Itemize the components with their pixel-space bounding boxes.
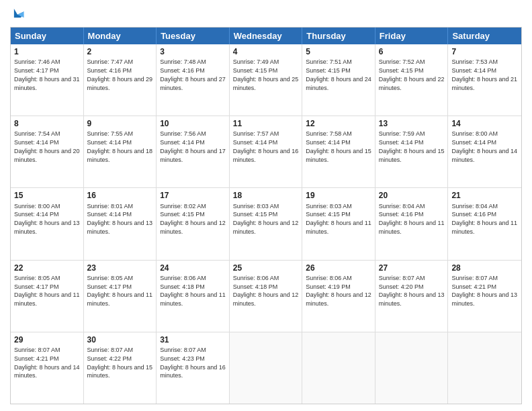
cell-text: Sunrise: 7:46 AMSunset: 4:17 PMDaylight:…: [14, 58, 80, 91]
day-number: 20: [379, 190, 445, 201]
day-number: 16: [87, 190, 153, 201]
day-cell-10: 10Sunrise: 7:56 AMSunset: 4:14 PMDayligh…: [157, 116, 230, 187]
calendar-header: SundayMondayTuesdayWednesdayThursdayFrid…: [11, 28, 521, 44]
day-number: 7: [451, 46, 518, 57]
day-number: 11: [233, 118, 299, 129]
day-cell-3: 3Sunrise: 7:48 AMSunset: 4:16 PMDaylight…: [157, 44, 230, 116]
header: [10, 7, 522, 21]
day-cell-13: 13Sunrise: 7:59 AMSunset: 4:14 PMDayligh…: [375, 116, 449, 187]
day-cell-24: 24Sunrise: 8:06 AMSunset: 4:18 PMDayligh…: [157, 261, 230, 332]
cell-text: Sunrise: 8:05 AMSunset: 4:17 PMDaylight:…: [14, 275, 80, 307]
day-cell-4: 4Sunrise: 7:49 AMSunset: 4:15 PMDaylight…: [230, 44, 303, 116]
day-number: 3: [160, 46, 226, 57]
cell-text: Sunrise: 7:52 AMSunset: 4:15 PMDaylight:…: [379, 58, 445, 91]
empty-cell: [230, 332, 303, 404]
day-number: 31: [160, 334, 226, 345]
day-cell-6: 6Sunrise: 7:52 AMSunset: 4:15 PMDaylight…: [375, 44, 449, 116]
day-cell-8: 8Sunrise: 7:54 AMSunset: 4:14 PMDaylight…: [11, 116, 84, 187]
header-day-wednesday: Wednesday: [230, 28, 303, 44]
day-cell-21: 21Sunrise: 8:04 AMSunset: 4:16 PMDayligh…: [448, 188, 521, 259]
day-cell-17: 17Sunrise: 8:02 AMSunset: 4:15 PMDayligh…: [157, 188, 230, 259]
day-cell-28: 28Sunrise: 8:07 AMSunset: 4:21 PMDayligh…: [448, 261, 521, 332]
day-cell-19: 19Sunrise: 8:03 AMSunset: 4:15 PMDayligh…: [302, 188, 375, 259]
day-number: 28: [451, 263, 518, 273]
calendar-body: 1Sunrise: 7:46 AMSunset: 4:17 PMDaylight…: [11, 44, 521, 404]
day-number: 22: [14, 263, 80, 273]
header-day-sunday: Sunday: [11, 28, 84, 44]
day-cell-26: 26Sunrise: 8:06 AMSunset: 4:19 PMDayligh…: [302, 261, 375, 332]
cell-text: Sunrise: 8:07 AMSunset: 4:20 PMDaylight:…: [379, 275, 445, 307]
week-row-5: 29Sunrise: 8:07 AMSunset: 4:21 PMDayligh…: [11, 332, 521, 404]
cell-text: Sunrise: 8:07 AMSunset: 4:21 PMDaylight:…: [451, 275, 517, 307]
cell-text: Sunrise: 8:07 AMSunset: 4:22 PMDaylight:…: [87, 347, 153, 379]
day-cell-1: 1Sunrise: 7:46 AMSunset: 4:17 PMDaylight…: [11, 44, 84, 116]
cell-text: Sunrise: 8:03 AMSunset: 4:15 PMDaylight:…: [306, 203, 371, 235]
day-number: 12: [306, 118, 371, 129]
logo-icon: [10, 7, 25, 21]
day-number: 1: [14, 46, 80, 57]
header-day-thursday: Thursday: [302, 28, 375, 44]
day-number: 2: [87, 46, 153, 57]
day-number: 14: [451, 118, 518, 129]
day-number: 4: [233, 46, 299, 57]
cell-text: Sunrise: 8:00 AMSunset: 4:14 PMDaylight:…: [14, 203, 80, 235]
cell-text: Sunrise: 8:06 AMSunset: 4:18 PMDaylight:…: [233, 275, 299, 307]
day-number: 24: [160, 263, 226, 273]
day-number: 27: [379, 263, 445, 273]
day-number: 5: [306, 46, 371, 57]
logo-area: [10, 7, 30, 21]
cell-text: Sunrise: 8:06 AMSunset: 4:18 PMDaylight:…: [160, 275, 226, 307]
day-cell-2: 2Sunrise: 7:47 AMSunset: 4:16 PMDaylight…: [84, 44, 157, 116]
logo: [10, 7, 30, 21]
day-cell-18: 18Sunrise: 8:03 AMSunset: 4:15 PMDayligh…: [230, 188, 303, 259]
cell-text: Sunrise: 8:07 AMSunset: 4:23 PMDaylight:…: [160, 347, 226, 379]
cell-text: Sunrise: 7:47 AMSunset: 4:16 PMDaylight:…: [87, 58, 153, 91]
empty-cell: [302, 332, 375, 404]
empty-cell: [448, 332, 521, 404]
calendar: SundayMondayTuesdayWednesdayThursdayFrid…: [10, 27, 522, 404]
cell-text: Sunrise: 8:01 AMSunset: 4:14 PMDaylight:…: [87, 203, 153, 235]
page: SundayMondayTuesdayWednesdayThursdayFrid…: [0, 0, 532, 411]
day-number: 10: [160, 118, 226, 129]
day-number: 23: [87, 263, 153, 273]
day-number: 19: [306, 190, 371, 201]
day-cell-25: 25Sunrise: 8:06 AMSunset: 4:18 PMDayligh…: [230, 261, 303, 332]
day-cell-15: 15Sunrise: 8:00 AMSunset: 4:14 PMDayligh…: [11, 188, 84, 259]
day-number: 26: [306, 263, 371, 273]
day-number: 25: [233, 263, 299, 273]
day-cell-27: 27Sunrise: 8:07 AMSunset: 4:20 PMDayligh…: [375, 261, 449, 332]
cell-text: Sunrise: 8:06 AMSunset: 4:19 PMDaylight:…: [306, 275, 371, 307]
cell-text: Sunrise: 7:58 AMSunset: 4:14 PMDaylight:…: [306, 130, 371, 163]
day-number: 9: [87, 118, 153, 129]
day-cell-22: 22Sunrise: 8:05 AMSunset: 4:17 PMDayligh…: [11, 261, 84, 332]
header-day-tuesday: Tuesday: [157, 28, 230, 44]
day-cell-5: 5Sunrise: 7:51 AMSunset: 4:15 PMDaylight…: [302, 44, 375, 116]
cell-text: Sunrise: 8:05 AMSunset: 4:17 PMDaylight:…: [87, 275, 153, 307]
cell-text: Sunrise: 7:56 AMSunset: 4:14 PMDaylight:…: [160, 130, 226, 163]
cell-text: Sunrise: 7:54 AMSunset: 4:14 PMDaylight:…: [14, 130, 80, 163]
day-cell-29: 29Sunrise: 8:07 AMSunset: 4:21 PMDayligh…: [11, 332, 84, 404]
header-day-friday: Friday: [375, 28, 449, 44]
cell-text: Sunrise: 8:04 AMSunset: 4:16 PMDaylight:…: [451, 203, 517, 235]
cell-text: Sunrise: 8:02 AMSunset: 4:15 PMDaylight:…: [160, 203, 226, 235]
day-number: 13: [379, 118, 445, 129]
cell-text: Sunrise: 8:07 AMSunset: 4:21 PMDaylight:…: [14, 347, 80, 379]
cell-text: Sunrise: 8:04 AMSunset: 4:16 PMDaylight:…: [379, 203, 445, 235]
day-number: 29: [14, 334, 80, 345]
cell-text: Sunrise: 7:59 AMSunset: 4:14 PMDaylight:…: [379, 130, 445, 163]
day-cell-12: 12Sunrise: 7:58 AMSunset: 4:14 PMDayligh…: [302, 116, 375, 187]
day-number: 18: [233, 190, 299, 201]
header-day-monday: Monday: [84, 28, 157, 44]
day-cell-30: 30Sunrise: 8:07 AMSunset: 4:22 PMDayligh…: [84, 332, 157, 404]
day-number: 6: [379, 46, 445, 57]
cell-text: Sunrise: 7:49 AMSunset: 4:15 PMDaylight:…: [233, 58, 299, 91]
week-row-1: 1Sunrise: 7:46 AMSunset: 4:17 PMDaylight…: [11, 44, 521, 116]
header-day-saturday: Saturday: [448, 28, 521, 44]
day-number: 30: [87, 334, 153, 345]
day-number: 21: [451, 190, 518, 201]
cell-text: Sunrise: 8:00 AMSunset: 4:14 PMDaylight:…: [451, 130, 517, 163]
day-cell-9: 9Sunrise: 7:55 AMSunset: 4:14 PMDaylight…: [84, 116, 157, 187]
cell-text: Sunrise: 7:51 AMSunset: 4:15 PMDaylight:…: [306, 58, 371, 91]
day-cell-16: 16Sunrise: 8:01 AMSunset: 4:14 PMDayligh…: [84, 188, 157, 259]
day-number: 15: [14, 190, 80, 201]
